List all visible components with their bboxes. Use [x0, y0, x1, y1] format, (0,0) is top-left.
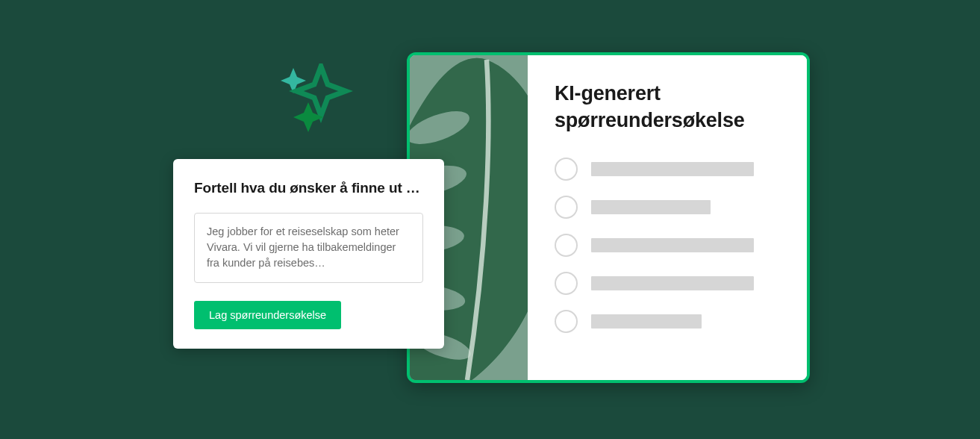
survey-options	[555, 158, 780, 333]
prompt-heading: Fortell hva du ønsker å finne ut …	[194, 180, 423, 196]
survey-option-row	[555, 234, 780, 257]
survey-option-row	[555, 310, 780, 333]
radio-placeholder-icon	[555, 272, 578, 295]
sparkle-icon	[280, 63, 355, 138]
create-survey-button[interactable]: Lag spørreundersøkelse	[194, 301, 341, 329]
option-text-placeholder	[591, 162, 754, 176]
option-text-placeholder	[591, 314, 702, 329]
option-text-placeholder	[591, 200, 711, 214]
survey-option-row	[555, 272, 780, 295]
survey-title: KI-generert spørreundersøkelse	[555, 81, 780, 134]
option-text-placeholder	[591, 276, 754, 290]
survey-option-row	[555, 158, 780, 181]
radio-placeholder-icon	[555, 234, 578, 257]
survey-body: KI-generert spørreundersøkelse	[528, 55, 807, 380]
option-text-placeholder	[591, 238, 754, 252]
survey-option-row	[555, 196, 780, 219]
radio-placeholder-icon	[555, 310, 578, 333]
prompt-card: Fortell hva du ønsker å finne ut … Lag s…	[173, 159, 444, 349]
prompt-input[interactable]	[194, 213, 423, 283]
radio-placeholder-icon	[555, 158, 578, 181]
radio-placeholder-icon	[555, 196, 578, 219]
survey-preview-card: KI-generert spørreundersøkelse	[407, 52, 810, 383]
